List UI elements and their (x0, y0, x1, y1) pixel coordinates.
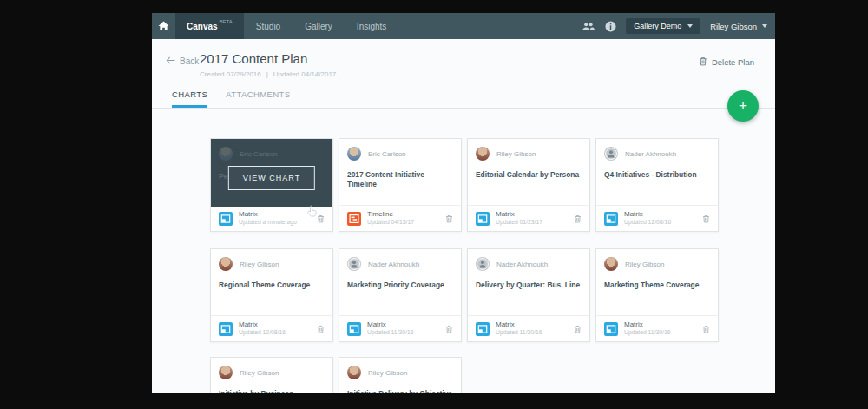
chart-card[interactable]: Eric Carlson Persona Eric Carlson Person… (210, 138, 333, 232)
chart-card-footer: Matrix Updated 01/23/17 (468, 205, 589, 231)
created-date: Created 07/29/2016 (200, 70, 261, 78)
chart-type-icon (476, 212, 490, 226)
author-name: Riley Gibson (368, 369, 407, 377)
chart-card[interactable]: Riley Gibson Regional Theme Coverage Ril… (210, 248, 333, 342)
delete-plan-button[interactable]: Delete Plan (699, 56, 754, 68)
chart-type-text: Matrix Updated 12/08/16 (624, 210, 671, 226)
chart-card-footer: Matrix Updated 12/08/16 (211, 315, 332, 341)
chart-title: Q4 Initiatives - Distribution (604, 170, 710, 180)
author-row: Riley Gibson (347, 366, 453, 379)
users-icon[interactable] (582, 22, 595, 31)
home-button[interactable] (152, 13, 175, 39)
chart-type-text: Matrix Updated 11/30/16 (367, 320, 414, 336)
brand-label: Canvas (187, 22, 218, 31)
chart-title: Initiative by Business Objective (219, 389, 325, 393)
back-label: Back (180, 56, 199, 66)
workspace-label: Gallery Demo (634, 22, 681, 30)
avatar (604, 147, 618, 161)
chart-card[interactable]: Nader Akhnoukh Marketing Priority Covera… (339, 248, 462, 342)
nav-item-label: Insights (357, 22, 386, 31)
chevron-down-icon (687, 24, 693, 28)
chart-card-body: Riley Gibson Editorial Calendar by Perso… (468, 139, 589, 206)
author-row: Riley Gibson (219, 366, 325, 379)
page-subtitle: Created 07/29/2016 | Updated 04/14/2017 (200, 70, 775, 78)
back-button[interactable]: Back (166, 56, 199, 66)
subtitle-separator: | (266, 70, 268, 78)
delete-chart-button[interactable] (574, 214, 582, 223)
back-arrow-icon (166, 56, 175, 66)
chart-type-name: Matrix (496, 320, 542, 329)
nav-item-insights[interactable]: Insights (345, 13, 398, 39)
chevron-down-icon (762, 24, 767, 28)
chart-card[interactable]: Eric Carlson 2017 Content Initiative Tim… (339, 138, 462, 232)
chart-type-icon (347, 322, 361, 336)
card-row-2: Riley Gibson Regional Theme Coverage Ril… (210, 248, 719, 342)
chart-card[interactable]: Riley Gibson Editorial Calendar by Perso… (467, 138, 590, 232)
chart-updated: Updated 11/30/16 (496, 329, 542, 336)
chart-card-footer: Matrix Updated 11/30/16 (596, 315, 718, 341)
chart-type-name: Matrix (367, 320, 414, 329)
nav-item-gallery[interactable]: Gallery (293, 13, 345, 39)
chart-title: Regional Theme Coverage (219, 280, 325, 290)
delete-chart-button[interactable] (445, 325, 453, 333)
nav-item-studio[interactable]: Studio (244, 13, 293, 39)
chart-card[interactable]: Nader Akhnoukh Q4 Initiatives - Distribu… (595, 138, 719, 232)
chart-type-icon (219, 212, 233, 226)
app-window: Canvas BETA Studio Gallery Insights Gall… (152, 13, 775, 393)
avatar (347, 366, 361, 379)
delete-chart-button[interactable] (317, 325, 325, 333)
avatar (219, 366, 233, 379)
delete-chart-button[interactable] (317, 214, 325, 223)
author-name: Eric Carlson (240, 150, 278, 158)
info-icon[interactable] (605, 21, 616, 32)
author-row: Nader Akhnoukh (347, 257, 453, 271)
chart-type-name: Matrix (496, 210, 542, 219)
workspace-selector[interactable]: Gallery Demo (626, 18, 700, 34)
chart-type-text: Matrix Updated 11/30/16 (496, 320, 542, 336)
chart-card[interactable]: Nader Akhnoukh Delivery by Quarter: Bus.… (467, 248, 590, 342)
author-row: Nader Akhnoukh (476, 257, 582, 271)
home-icon (158, 18, 169, 34)
chart-title: Initiative Delivery by Objective (347, 389, 453, 393)
navbar-right: Gallery Demo Riley Gibson (582, 13, 775, 39)
user-menu[interactable]: Riley Gibson (710, 22, 767, 31)
chart-title: 2017 Content Initiative Timeline (347, 170, 453, 188)
author-name: Nader Akhnoukh (496, 261, 548, 268)
chart-card-body: Eric Carlson 2017 Content Initiative Tim… (339, 139, 461, 206)
faint-author-row: Eric Carlson (211, 139, 332, 161)
chart-updated: Updated 11/30/16 (624, 329, 671, 336)
delete-chart-button[interactable] (445, 214, 453, 223)
delete-chart-button[interactable] (702, 325, 710, 333)
chart-type-name: Matrix (624, 320, 671, 329)
chart-card-footer: Timeline Updated 04/13/17 (339, 205, 461, 231)
chart-card-body: Nader Akhnoukh Delivery by Quarter: Bus.… (468, 249, 589, 316)
delete-chart-button[interactable] (574, 325, 582, 333)
chart-card[interactable]: Riley Gibson Initiative Delivery by Obje… (339, 357, 462, 393)
updated-date: Updated 04/14/2017 (273, 70, 337, 78)
chart-type-text: Matrix Updated a minute ago (239, 210, 297, 226)
chart-card-footer: Matrix Updated 11/30/16 (339, 315, 461, 341)
chart-card-body: Eric Carlson Persona Eric Carlson Person… (211, 139, 332, 206)
hover-overlay: Eric Carlson Persona VIEW CHART (211, 139, 332, 207)
plan-header: Back 2017 Content Plan Created 07/29/201… (152, 39, 775, 78)
view-chart-button[interactable]: VIEW CHART (228, 166, 315, 190)
add-chart-button[interactable]: + (727, 90, 759, 122)
nav-item-label: Studio (256, 22, 280, 31)
title-block: 2017 Content Plan Created 07/29/2016 | U… (200, 51, 775, 78)
chart-updated: Updated 01/23/17 (496, 219, 542, 226)
delete-chart-button[interactable] (702, 214, 710, 223)
tab-attachments[interactable]: ATTACHMENTS (226, 89, 290, 108)
chart-card[interactable]: Riley Gibson Initiative by Business Obje… (210, 357, 333, 393)
chart-updated: Updated 12/08/16 (239, 329, 286, 336)
author-name: Eric Carlson (368, 150, 406, 158)
chart-card-body: Nader Akhnoukh Q4 Initiatives - Distribu… (596, 139, 718, 206)
author-name: Riley Gibson (240, 369, 279, 377)
chart-type-icon (604, 322, 618, 336)
chart-type-name: Matrix (624, 210, 671, 219)
author-row: Eric Carlson (347, 147, 453, 161)
tab-charts[interactable]: CHARTS (172, 89, 207, 108)
chart-card[interactable]: Riley Gibson Marketing Theme Coverage Ri… (595, 248, 719, 342)
chart-type-name: Timeline (367, 210, 414, 219)
chart-updated: Updated 11/30/16 (367, 329, 414, 336)
nav-item-canvas[interactable]: Canvas BETA (175, 13, 244, 39)
